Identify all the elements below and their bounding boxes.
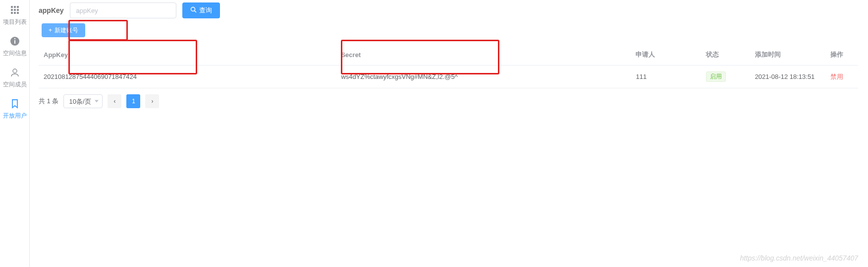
sidebar-item-label: 空间成员 [3,80,27,89]
new-account-label: 新建账号 [54,26,78,35]
pagination-total: 共 1 条 [39,97,58,106]
svg-rect-7 [14,12,16,14]
cell-applicant: 111 [631,66,701,88]
svg-rect-8 [17,12,19,14]
table-header-row: AppKey Secret 申请人 状态 添加时间 操作 [39,44,858,66]
sidebar: 项目列表 空间信息 空间成员 开放用户 [0,0,30,267]
disable-link[interactable]: 禁用 [830,73,843,80]
svg-rect-0 [11,6,13,8]
svg-rect-10 [14,40,15,44]
chevron-left-icon: ‹ [113,98,115,105]
search-button-label: 查询 [199,6,212,15]
svg-rect-3 [11,9,13,11]
th-status: 状态 [701,44,750,66]
th-appkey: AppKey [39,44,336,66]
svg-point-11 [14,38,15,39]
page-number-button[interactable]: 1 [126,94,140,108]
sidebar-item-label: 开放用户 [3,112,27,120]
th-secret: Secret [336,44,631,66]
search-icon [190,6,197,14]
bookmark-icon [9,98,21,110]
search-button[interactable]: 查询 [182,2,220,18]
svg-rect-4 [14,9,16,11]
sidebar-item-label: 项目列表 [3,18,27,26]
th-applicant: 申请人 [631,44,701,66]
accounts-table: AppKey Secret 申请人 状态 添加时间 操作 20210812875… [39,44,858,88]
cell-add-time: 2021-08-12 18:13:51 [750,66,826,88]
table-row: 20210812875444069071847424 ws4dYZ%ctawyf… [39,66,858,88]
cell-appkey: 20210812875444069071847424 [39,66,336,88]
page-size-select[interactable]: 10条/页 [63,94,103,108]
svg-point-13 [191,7,195,11]
svg-point-12 [13,69,17,73]
pagination: 共 1 条 10条/页 ‹ 1 › [39,94,858,108]
watermark: https://blog.csdn.net/weixin_44057407 [740,254,858,262]
sidebar-item-space-members[interactable]: 空间成员 [0,63,30,94]
svg-rect-1 [14,6,16,8]
svg-rect-5 [17,9,19,11]
page-size-select-wrap: 10条/页 [63,94,103,108]
page-prev-button[interactable]: ‹ [108,94,121,108]
th-operation: 操作 [825,44,858,66]
cell-operation: 禁用 [825,66,858,88]
sidebar-item-open-users[interactable]: 开放用户 [0,94,30,125]
search-row: appKey 查询 [39,2,858,18]
cell-secret: ws4dYZ%ctawyfcxgsVNg#MN&Z,l2.@5^ [336,66,631,88]
status-tag: 启用 [706,71,726,82]
sidebar-item-projects[interactable]: 项目列表 [0,0,30,31]
info-icon [9,35,21,47]
chevron-right-icon: › [151,98,153,105]
search-input[interactable] [70,2,176,18]
svg-line-14 [194,11,196,13]
page-next-button[interactable]: › [145,94,159,108]
sidebar-item-space-info[interactable]: 空间信息 [0,31,30,63]
new-account-button[interactable]: + 新建账号 [42,23,85,37]
toolbar-row: + 新建账号 [39,23,858,37]
search-label: appKey [39,6,64,14]
svg-rect-2 [17,6,19,8]
grid-icon [9,4,21,16]
th-add-time: 添加时间 [750,44,826,66]
user-icon [9,67,21,78]
cell-status: 启用 [701,66,750,88]
plus-icon: + [49,27,52,34]
sidebar-item-label: 空间信息 [3,49,27,58]
main-content: appKey 查询 + 新建账号 AppKey Secret 申请人 [30,0,868,267]
svg-rect-6 [11,12,13,14]
